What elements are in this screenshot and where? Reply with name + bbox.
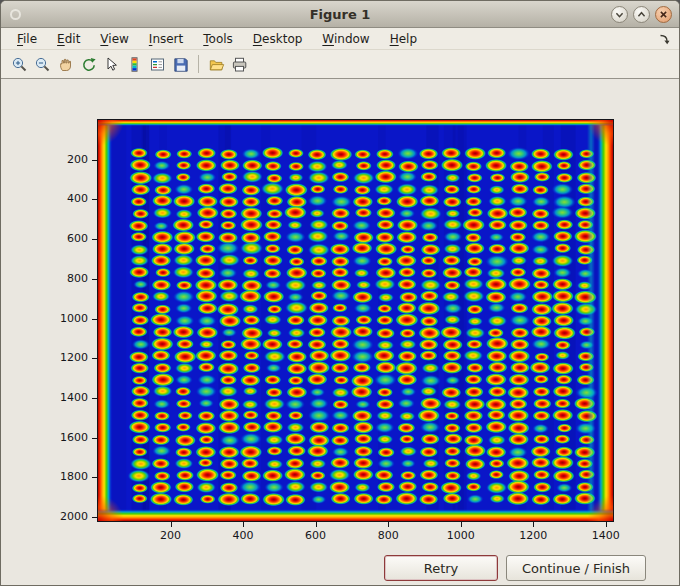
- insert-legend-button[interactable]: [146, 53, 169, 75]
- open-icon: [208, 56, 225, 73]
- figure-window: Figure 1 FileEditViewInsertToolsDesktopW…: [0, 0, 680, 586]
- y-tick-label: 200: [46, 153, 88, 166]
- x-tick-mark: [243, 522, 244, 527]
- axes: [97, 119, 614, 522]
- dock-arrow-icon[interactable]: [657, 31, 671, 50]
- x-tick-mark: [533, 522, 534, 527]
- zoom-in-button[interactable]: [8, 53, 31, 75]
- x-tick-mark: [316, 522, 317, 527]
- x-tick-label: 200: [149, 529, 193, 542]
- x-tick-mark: [606, 522, 607, 527]
- y-tick-mark: [92, 398, 97, 399]
- close-button[interactable]: [655, 6, 672, 23]
- x-tick-mark: [171, 522, 172, 527]
- maximize-button[interactable]: [633, 6, 650, 23]
- x-tick-mark: [388, 522, 389, 527]
- menu-bar: FileEditViewInsertToolsDesktopWindowHelp: [1, 28, 679, 50]
- y-tick-label: 1000: [46, 312, 88, 325]
- x-tick-label: 1000: [439, 529, 483, 542]
- y-tick-mark: [92, 438, 97, 439]
- menu-edit[interactable]: Edit: [47, 29, 90, 49]
- zoom-in-icon: [11, 56, 28, 73]
- window-controls: [611, 6, 672, 23]
- y-tick-mark: [92, 319, 97, 320]
- zoom-out-icon: [34, 56, 51, 73]
- y-tick-label: 600: [46, 232, 88, 245]
- save-icon: [172, 56, 189, 73]
- menu-window[interactable]: Window: [312, 29, 379, 49]
- continue-finish-button[interactable]: Continue / Finish: [506, 555, 646, 581]
- insert-colorbar-button[interactable]: [123, 53, 146, 75]
- y-tick-mark: [92, 199, 97, 200]
- y-tick-label: 1400: [46, 391, 88, 404]
- rotate-3d-button[interactable]: [77, 53, 100, 75]
- x-tick-label: 800: [366, 529, 410, 542]
- y-tick-mark: [92, 477, 97, 478]
- menu-view[interactable]: View: [90, 29, 138, 49]
- data-cursor-button[interactable]: [100, 53, 123, 75]
- open-button[interactable]: [205, 53, 228, 75]
- insert-colorbar-icon: [126, 56, 143, 73]
- data-cursor-icon: [103, 56, 120, 73]
- rotate-3d-icon: [80, 56, 97, 73]
- toolbar-separator: [198, 55, 199, 73]
- y-tick-label: 1800: [46, 470, 88, 483]
- x-tick-label: 1400: [584, 529, 628, 542]
- y-tick-label: 1200: [46, 351, 88, 364]
- window-title: Figure 1: [1, 7, 679, 22]
- x-tick-label: 1200: [511, 529, 555, 542]
- minimize-button[interactable]: [611, 6, 628, 23]
- save-button[interactable]: [169, 53, 192, 75]
- y-tick-label: 800: [46, 272, 88, 285]
- menu-file[interactable]: File: [7, 29, 47, 49]
- menu-tools[interactable]: Tools: [193, 29, 243, 49]
- toolbar: [1, 50, 679, 79]
- y-tick-label: 400: [46, 192, 88, 205]
- window-menu-icon[interactable]: [10, 9, 21, 20]
- print-button[interactable]: [228, 53, 251, 75]
- x-tick-mark: [461, 522, 462, 527]
- menu-desktop[interactable]: Desktop: [243, 29, 313, 49]
- zoom-out-button[interactable]: [31, 53, 54, 75]
- y-tick-mark: [92, 517, 97, 518]
- retry-button[interactable]: Retry: [384, 555, 498, 581]
- menu-insert[interactable]: Insert: [139, 29, 193, 49]
- x-tick-label: 400: [221, 529, 265, 542]
- y-tick-mark: [92, 239, 97, 240]
- y-tick-mark: [92, 358, 97, 359]
- pan-icon: [57, 56, 74, 73]
- figure-area: Retry Continue / Finish 2004006008001000…: [1, 80, 679, 586]
- y-tick-mark: [92, 160, 97, 161]
- plot-canvas[interactable]: [98, 120, 613, 521]
- y-tick-label: 2000: [46, 510, 88, 523]
- insert-legend-icon: [149, 56, 166, 73]
- menu-help[interactable]: Help: [380, 29, 427, 49]
- y-tick-label: 1600: [46, 431, 88, 444]
- print-icon: [231, 56, 248, 73]
- y-tick-mark: [92, 279, 97, 280]
- title-bar[interactable]: Figure 1: [1, 1, 679, 28]
- x-tick-label: 600: [294, 529, 338, 542]
- pan-button[interactable]: [54, 53, 77, 75]
